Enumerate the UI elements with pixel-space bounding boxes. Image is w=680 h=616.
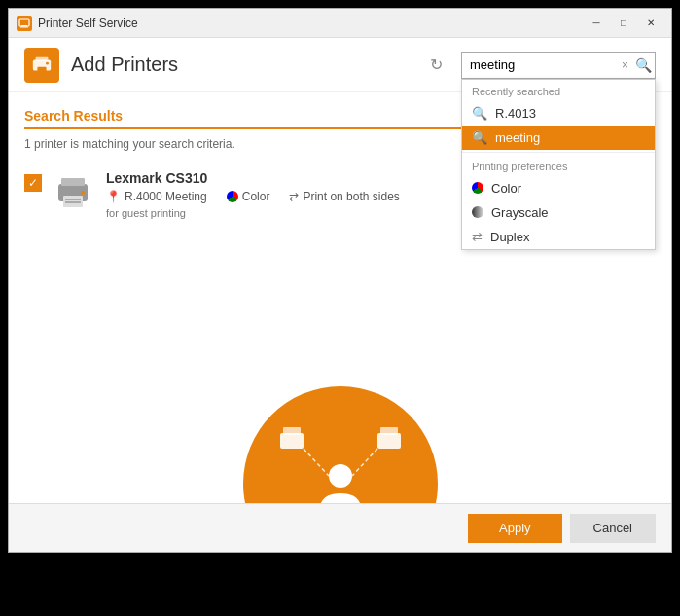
window-controls: ─ □ ✕ <box>584 14 663 33</box>
header-icon <box>24 48 59 83</box>
color-icon <box>472 182 483 194</box>
dropdown-item-grayscale[interactable]: Grayscale <box>462 200 655 225</box>
search-active-icon: 🔍 <box>472 130 487 145</box>
grayscale-icon <box>472 206 483 218</box>
svg-rect-2 <box>20 26 28 27</box>
maximize-button[interactable]: □ <box>611 14 636 33</box>
dropdown-item-meeting-label: meeting <box>495 130 540 145</box>
svg-rect-5 <box>37 66 46 72</box>
page-title: Add Printers <box>71 54 422 76</box>
svg-point-6 <box>46 61 49 64</box>
refresh-button[interactable]: ↻ <box>422 52 449 79</box>
circle-illustration <box>243 386 438 503</box>
printer-duplex-text: Print on both sides <box>303 190 399 203</box>
minimize-button[interactable]: ─ <box>584 14 609 33</box>
printer-color-text: Color <box>242 190 270 203</box>
printer-location-text: R.4000 Meeting <box>125 190 207 203</box>
duplex-capability-icon: ⇄ <box>289 190 299 203</box>
recently-searched-label: Recently searched <box>462 80 655 101</box>
title-bar: Printer Self Service ─ □ ✕ <box>9 9 671 38</box>
printing-preferences-label: Printing preferences <box>462 155 655 176</box>
dropdown-item-meeting[interactable]: 🔍 meeting <box>462 126 655 150</box>
svg-rect-4 <box>36 56 49 61</box>
svg-rect-8 <box>61 178 85 186</box>
color-capability-icon <box>227 191 238 202</box>
svg-rect-16 <box>377 433 401 449</box>
printer-color: Color <box>227 190 270 203</box>
svg-rect-12 <box>65 201 81 203</box>
search-submit-button[interactable]: 🔍 <box>635 57 652 73</box>
close-button[interactable]: ✕ <box>638 14 663 33</box>
dropdown-divider <box>462 152 655 153</box>
app-header: Add Printers ↻ × 🔍 Recently searched 🔍 R… <box>9 38 671 92</box>
svg-rect-0 <box>19 19 29 26</box>
svg-line-22 <box>304 449 329 476</box>
svg-rect-14 <box>280 433 304 449</box>
dropdown-item-duplex-label: Duplex <box>490 230 529 244</box>
dropdown-item-r4013[interactable]: 🔍 R.4013 <box>462 101 655 126</box>
orange-circle <box>243 386 438 503</box>
window-title: Printer Self Service <box>38 17 584 30</box>
printer-icon <box>52 170 94 213</box>
svg-rect-1 <box>21 25 27 27</box>
dropdown-item-duplex[interactable]: ⇄ Duplex <box>462 225 655 249</box>
app-icon <box>17 16 32 31</box>
dropdown-item-color-label: Color <box>491 181 521 196</box>
svg-point-10 <box>81 191 85 195</box>
dropdown-item-color[interactable]: Color <box>462 176 655 200</box>
printer-location: 📍 R.4000 Meeting <box>106 190 207 203</box>
search-container: × 🔍 Recently searched 🔍 R.4013 🔍 meeting… <box>461 52 656 79</box>
search-dropdown: Recently searched 🔍 R.4013 🔍 meeting Pri… <box>461 79 656 250</box>
search-icon: 🔍 <box>635 57 652 73</box>
footer: Apply Cancel <box>9 503 671 552</box>
svg-line-23 <box>352 449 377 476</box>
svg-rect-17 <box>380 427 398 435</box>
dropdown-item-grayscale-label: Grayscale <box>491 205 549 220</box>
printer-duplex: ⇄ Print on both sides <box>289 190 399 203</box>
printer-checkbox[interactable]: ✓ <box>24 174 42 192</box>
apply-button[interactable]: Apply <box>468 514 562 543</box>
search-clear-button[interactable]: × <box>622 58 628 72</box>
refresh-icon: ↻ <box>430 55 443 74</box>
duplex-icon: ⇄ <box>472 230 483 244</box>
search-history-icon: 🔍 <box>472 106 487 121</box>
dropdown-item-r4013-label: R.4013 <box>495 106 536 121</box>
svg-rect-11 <box>65 199 81 200</box>
cancel-button[interactable]: Cancel <box>570 514 656 543</box>
main-window: Printer Self Service ─ □ ✕ Add Printers … <box>8 8 672 553</box>
location-icon: 📍 <box>106 190 121 203</box>
svg-point-13 <box>329 464 352 488</box>
svg-rect-15 <box>283 427 301 435</box>
